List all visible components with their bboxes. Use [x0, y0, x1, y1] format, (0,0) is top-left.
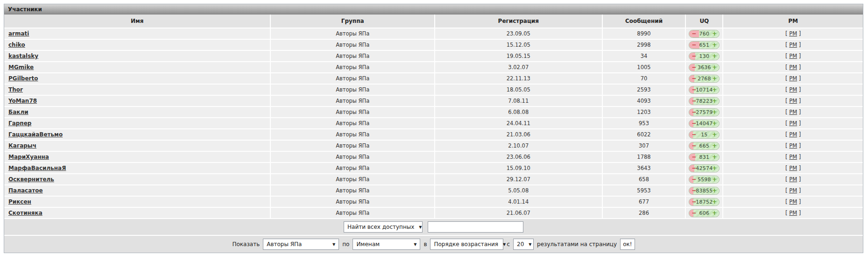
uq-plus-icon[interactable]: +: [712, 87, 717, 92]
member-name-link[interactable]: armati: [8, 30, 29, 37]
uq-plus-icon[interactable]: +: [712, 177, 717, 182]
uq-minus-icon[interactable]: −: [692, 42, 696, 48]
uq-minus-icon[interactable]: −: [692, 199, 696, 205]
pm-link[interactable]: PM: [789, 165, 797, 171]
member-name-link[interactable]: chiko: [8, 42, 25, 48]
uq-minus-icon[interactable]: −: [692, 210, 696, 216]
uq-minus-icon[interactable]: −: [692, 154, 696, 160]
pm-link[interactable]: PM: [789, 210, 797, 216]
member-name-link[interactable]: PGilberto: [8, 75, 38, 82]
pm-link[interactable]: PM: [789, 98, 797, 104]
member-registered: 3.02.07: [434, 62, 602, 72]
member-name-link[interactable]: МарфаВасильнаЯ: [8, 165, 66, 171]
uq-minus-icon[interactable]: −: [692, 53, 696, 59]
pm-link[interactable]: PM: [789, 120, 797, 127]
uq-plus-icon[interactable]: +: [712, 143, 717, 149]
member-name-link[interactable]: Скотиняка: [8, 210, 42, 216]
pm-link[interactable]: PM: [789, 42, 797, 48]
member-registered: 19.05.15: [434, 51, 602, 61]
pm-link[interactable]: PM: [789, 109, 797, 115]
uq-minus-icon[interactable]: −: [692, 132, 696, 137]
member-name-cell: armati: [4, 28, 270, 39]
sort-order-select[interactable]: Порядке возрастания ▼: [430, 239, 503, 250]
search-input[interactable]: [428, 221, 523, 233]
member-name-link[interactable]: Паласатое: [8, 187, 43, 194]
member-name-link[interactable]: kastalsky: [8, 53, 38, 59]
member-group: Авторы ЯПа: [270, 141, 434, 151]
uq-plus-icon[interactable]: +: [712, 210, 717, 216]
sort-order-select-value: Порядке возрастания: [434, 241, 498, 248]
uq-minus-icon[interactable]: −: [692, 76, 696, 81]
pm-link[interactable]: PM: [789, 64, 797, 71]
uq-rating-pill: 18752 − +: [689, 198, 720, 206]
uq-minus-icon[interactable]: −: [692, 87, 696, 92]
sort-field-select[interactable]: Именам ▼: [353, 239, 420, 250]
member-posts: 677: [602, 197, 685, 207]
member-pm-cell: [ PM ]: [722, 185, 863, 196]
uq-minus-icon[interactable]: −: [692, 177, 696, 182]
pm-link-wrap: [ PM ]: [785, 30, 801, 37]
pm-link[interactable]: PM: [789, 187, 797, 194]
member-name-link[interactable]: Кагарыч: [8, 142, 36, 149]
pm-bracket-open: [: [785, 75, 789, 82]
pm-link[interactable]: PM: [789, 154, 797, 160]
member-name-cell: Thor: [4, 85, 270, 95]
uq-minus-icon[interactable]: −: [692, 31, 696, 36]
per-page-select[interactable]: 20 ▼: [513, 239, 534, 250]
member-name-link[interactable]: Риксен: [8, 198, 31, 205]
group-filter-select[interactable]: Авторы ЯПа ▼: [263, 239, 339, 250]
pm-link[interactable]: PM: [789, 86, 797, 93]
uq-minus-icon[interactable]: −: [692, 64, 696, 70]
pm-link[interactable]: PM: [789, 176, 797, 183]
uq-plus-icon[interactable]: +: [712, 109, 717, 115]
member-name-link[interactable]: YoMan78: [8, 98, 37, 104]
uq-plus-icon[interactable]: +: [712, 120, 717, 126]
ok-button[interactable]: ок!: [620, 239, 635, 250]
uq-plus-icon[interactable]: +: [712, 154, 717, 160]
member-uq-cell: 651 − +: [685, 40, 722, 50]
member-name-link[interactable]: Thor: [8, 86, 23, 93]
pm-link[interactable]: PM: [789, 131, 797, 138]
uq-plus-icon[interactable]: +: [712, 76, 717, 81]
pm-bracket-open: [: [785, 187, 789, 194]
uq-plus-icon[interactable]: +: [712, 199, 717, 205]
member-uq-cell: 606 − +: [685, 208, 722, 218]
member-group: Авторы ЯПа: [270, 174, 434, 184]
uq-plus-icon[interactable]: +: [712, 188, 717, 193]
table-row: ГаццкайаВетьмо Авторы ЯПа 21.03.06 6022 …: [4, 128, 863, 140]
member-group: Авторы ЯПа: [270, 208, 434, 218]
member-name-link[interactable]: MGmike: [8, 64, 34, 71]
member-name-link[interactable]: Бакли: [8, 109, 28, 115]
member-name-cell: Осквернитель: [4, 174, 270, 184]
uq-plus-icon[interactable]: +: [712, 165, 717, 171]
member-registered: 24.04.11: [434, 118, 602, 128]
table-row: Риксен Авторы ЯПа 4.01.14 677 18752 − + …: [4, 196, 863, 207]
uq-minus-icon[interactable]: −: [692, 109, 696, 115]
uq-plus-icon[interactable]: +: [712, 53, 717, 59]
search-scope-select[interactable]: Найти всех доступных ▼: [344, 221, 423, 233]
uq-minus-icon[interactable]: −: [692, 120, 696, 126]
uq-minus-icon[interactable]: −: [692, 188, 696, 193]
column-header-uq: UQ: [685, 14, 722, 28]
member-name-link[interactable]: ГаццкайаВетьмо: [8, 131, 63, 138]
member-name-link[interactable]: Гарпер: [8, 120, 31, 127]
uq-minus-icon[interactable]: −: [692, 143, 696, 149]
uq-minus-icon[interactable]: −: [692, 165, 696, 171]
pm-link[interactable]: PM: [789, 30, 797, 37]
uq-plus-icon[interactable]: +: [712, 64, 717, 70]
member-name-link[interactable]: МариХуанна: [8, 154, 49, 160]
uq-minus-icon[interactable]: −: [692, 98, 696, 104]
uq-plus-icon[interactable]: +: [712, 42, 717, 48]
member-name-link[interactable]: Осквернитель: [8, 176, 54, 183]
pm-bracket-open: [: [785, 98, 789, 104]
pm-link[interactable]: PM: [789, 198, 797, 205]
uq-plus-icon[interactable]: +: [712, 98, 717, 104]
uq-plus-icon[interactable]: +: [712, 31, 717, 36]
uq-plus-icon[interactable]: +: [712, 132, 717, 137]
pm-link[interactable]: PM: [789, 142, 797, 149]
pm-link[interactable]: PM: [789, 75, 797, 82]
pm-bracket-close: ]: [797, 187, 801, 194]
pm-link-wrap: [ PM ]: [785, 109, 801, 115]
pm-link[interactable]: PM: [789, 53, 797, 59]
with-label: с: [507, 241, 510, 248]
